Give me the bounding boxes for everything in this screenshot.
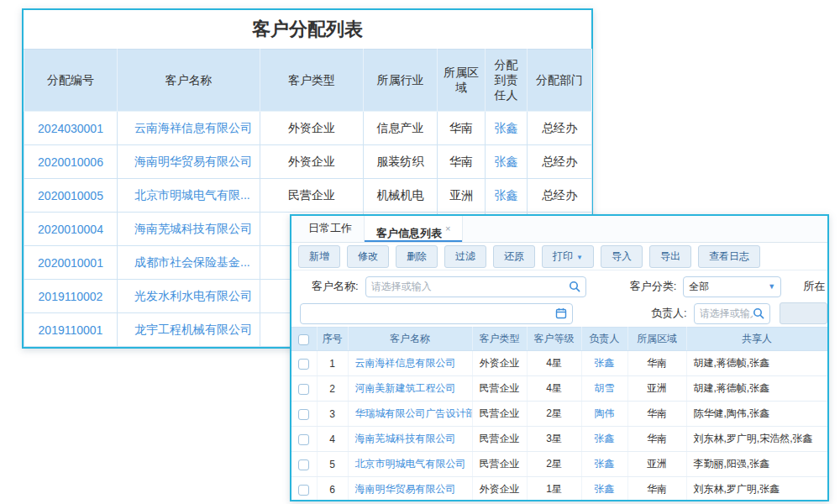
table-row: 2 河南美新建筑工程公司 民营企业 4星 胡雪 亚洲 胡建,蒋德帧,张鑫	[291, 376, 827, 402]
cell-industry: 信息产业	[364, 112, 438, 145]
col-region: 所属区域	[627, 328, 686, 351]
row-checkbox[interactable]	[298, 409, 309, 420]
customer-name-link[interactable]: 海南明华贸易有限公司	[348, 477, 472, 502]
table-row: 5 北京市明城电气有限公司 民营企业 2星 张鑫 亚洲 李勤丽,阳强,张鑫	[291, 452, 827, 477]
col-customer-name: 客户名称	[118, 50, 260, 112]
alloc-id-link[interactable]: 2019110002	[24, 280, 118, 313]
customer-name-link[interactable]: 华瑞城有限公司广告设计部	[348, 402, 472, 427]
calendar-icon[interactable]	[555, 307, 567, 319]
owner-input[interactable]	[700, 307, 753, 319]
cell-index: 2	[317, 376, 348, 402]
city-label-clipped: 所在	[803, 279, 825, 294]
owner-label: 负责人:	[651, 306, 687, 321]
col-department: 分配部门	[528, 50, 592, 112]
customer-name-link[interactable]: 云南海祥信息有限公司	[348, 351, 472, 376]
col-customer-type: 客户类型	[260, 50, 364, 112]
tab-label: 客户信息列表	[376, 227, 442, 239]
col-shared-people: 共享人	[686, 328, 827, 351]
row-checkbox[interactable]	[298, 384, 309, 395]
import-button[interactable]: 导入	[601, 245, 643, 268]
customer-category-label: 客户分类:	[630, 279, 677, 294]
add-button[interactable]: 新增	[298, 245, 340, 268]
tab-customer-list[interactable]: 客户信息列表×	[364, 216, 463, 242]
cell-index: 1	[317, 351, 348, 376]
alloc-id-link[interactable]: 2020010004	[24, 213, 118, 246]
alloc-id-link[interactable]: 2024030001	[24, 112, 118, 145]
owner-link[interactable]: 张鑫	[581, 351, 627, 376]
cell-region: 华南	[627, 402, 686, 427]
assignee-link[interactable]: 张鑫	[486, 112, 528, 145]
row-checkbox[interactable]	[298, 459, 309, 470]
date-input[interactable]	[306, 307, 555, 319]
cell-region: 华南	[627, 427, 686, 452]
selected-category: 全部	[689, 280, 764, 294]
owner-link[interactable]: 张鑫	[581, 477, 627, 502]
owner-link[interactable]: 张鑫	[581, 452, 627, 477]
cell-type: 外资企业	[260, 112, 364, 145]
assignee-link[interactable]: 张鑫	[486, 145, 528, 179]
cell-shared: 胡建,蒋德帧,张鑫	[686, 376, 827, 402]
col-owner: 负责人	[581, 328, 627, 351]
close-icon[interactable]: ×	[445, 223, 450, 234]
edit-button[interactable]: 修改	[347, 245, 389, 268]
customer-name-link[interactable]: 成都市社会保险基金...	[118, 246, 260, 280]
customer-name-link[interactable]: 云南海祥信息有限公司	[118, 112, 260, 145]
col-customer-type: 客户类型	[472, 328, 527, 351]
customer-name-link[interactable]: 海南明华贸易有限公司	[118, 145, 260, 179]
customer-name-link[interactable]: 龙宇工程机械有限公司	[118, 313, 260, 347]
table-row: 4 海南芜城科技有限公司 民营企业 3星 张鑫 华南 刘东林,罗广明,宋浩然,张…	[291, 427, 827, 452]
customer-header-row: 序号 客户名称 客户类型 客户等级 负责人 所属区域 共享人	[291, 328, 827, 351]
customer-name-link[interactable]: 光发水利水电有限公司	[118, 280, 260, 313]
alloc-id-link[interactable]: 2020010006	[24, 145, 118, 179]
alloc-id-link[interactable]: 2020010005	[24, 179, 118, 213]
customer-info-window: 日常工作 客户信息列表× 新增 修改 删除 过滤 还原 打印▼ 导入 导出 查看…	[290, 214, 829, 501]
alloc-id-link[interactable]: 2020010001	[24, 246, 118, 280]
row-checkbox[interactable]	[298, 485, 309, 496]
table-row: 3 华瑞城有限公司广告设计部 民营企业 2星 陶伟 华南 陈华健,陶伟,张鑫	[291, 402, 827, 427]
restore-button[interactable]: 还原	[493, 245, 535, 268]
view-logs-button[interactable]: 查看日志	[698, 245, 760, 268]
tab-daily-work[interactable]: 日常工作	[297, 216, 364, 242]
customer-table: 序号 客户名称 客户类型 客户等级 负责人 所属区域 共享人 1 云南海祥信息有…	[291, 327, 828, 501]
col-index: 序号	[317, 328, 348, 351]
col-customer-name: 客户名称	[348, 328, 472, 351]
owner-link[interactable]: 胡雪	[581, 376, 627, 402]
cell-level: 4星	[527, 351, 581, 376]
customer-name-link[interactable]: 海南芜城科技有限公司	[348, 427, 472, 452]
cell-type: 民营企业	[472, 452, 527, 477]
cell-level: 4星	[527, 376, 581, 402]
customer-name-link[interactable]: 北京市明城电气有限公司	[348, 452, 472, 477]
customer-name-input[interactable]	[371, 281, 569, 292]
alloc-id-link[interactable]: 2019110001	[24, 313, 118, 347]
owner-link[interactable]: 陶伟	[581, 402, 627, 427]
customer-name-label: 客户名称:	[312, 279, 359, 294]
search-icon[interactable]	[569, 281, 580, 292]
select-all-header	[291, 328, 317, 351]
delete-button[interactable]: 删除	[396, 245, 438, 268]
row-checkbox[interactable]	[298, 359, 309, 370]
search-icon[interactable]	[753, 307, 764, 319]
cell-region: 亚洲	[627, 376, 686, 402]
filter-row-2: 负责人:	[291, 301, 827, 326]
export-button[interactable]: 导出	[649, 245, 691, 268]
customer-category-select[interactable]: 全部 ▼	[683, 276, 781, 297]
select-all-checkbox[interactable]	[298, 334, 309, 345]
customer-name-link[interactable]: 海南芜城科技有限公司	[118, 213, 260, 246]
tab-label: 日常工作	[308, 222, 352, 234]
tab-bar: 日常工作 客户信息列表×	[291, 216, 827, 243]
row-checkbox[interactable]	[298, 434, 309, 445]
customer-name-link[interactable]: 北京市明城电气有限...	[118, 179, 260, 213]
col-assignee: 分配到责任人	[486, 50, 528, 112]
col-customer-level: 客户等级	[527, 328, 581, 351]
assignee-link[interactable]: 张鑫	[486, 179, 528, 213]
toolbar: 新增 修改 删除 过滤 还原 打印▼ 导入 导出 查看日志	[291, 243, 827, 270]
col-industry: 所属行业	[364, 50, 438, 112]
filter-button[interactable]: 过滤	[444, 245, 486, 268]
owner-link[interactable]: 张鑫	[581, 427, 627, 452]
print-button[interactable]: 打印▼	[542, 245, 594, 268]
cell-shared: 陈华健,陶伟,张鑫	[686, 402, 827, 427]
chevron-down-icon: ▼	[576, 254, 583, 261]
cell-shared: 刘东林,罗广明,宋浩然,张鑫	[686, 427, 827, 452]
clipped-button[interactable]	[780, 302, 827, 324]
customer-name-link[interactable]: 河南美新建筑工程公司	[348, 376, 472, 402]
